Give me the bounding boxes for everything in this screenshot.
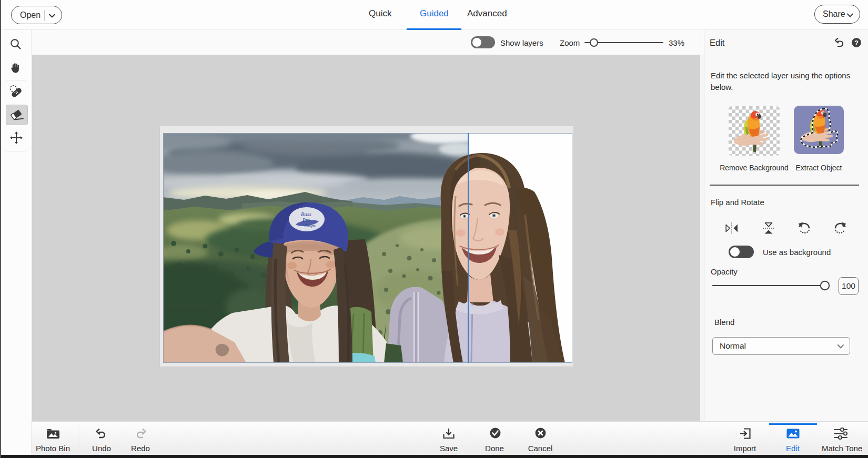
svg-text:Bass: Bass xyxy=(301,211,311,217)
svg-text:Pro: Pro xyxy=(302,218,310,223)
svg-text:Shops: Shops xyxy=(304,223,316,228)
svg-text:?: ? xyxy=(854,39,859,47)
